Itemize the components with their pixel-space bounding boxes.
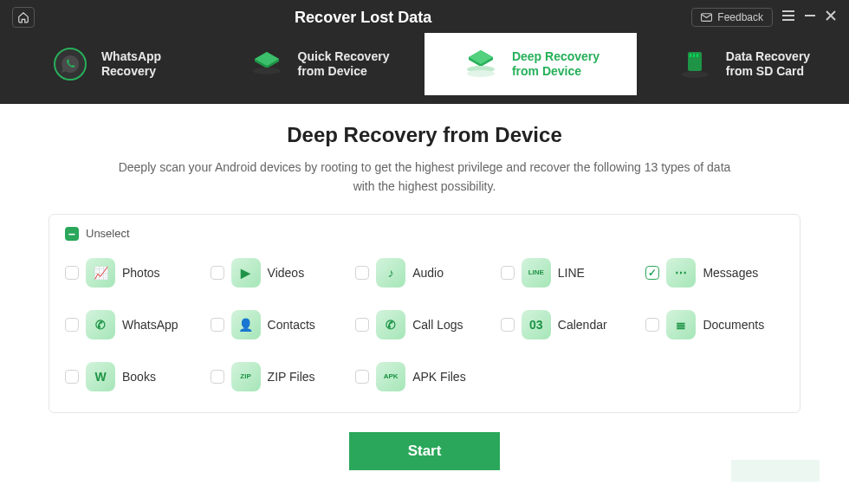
tab-label: Quick Recoveryfrom Device — [298, 49, 390, 80]
feedback-label: Feedback — [717, 11, 763, 23]
datatype-label: Photos — [122, 266, 160, 280]
datatype-item-zip-files: ZIPZIP Files — [211, 362, 349, 391]
sd-card-icon — [676, 45, 714, 83]
datatype-label: Contacts — [268, 318, 315, 332]
deep-recovery-icon — [462, 45, 500, 83]
datatype-label: Messages — [703, 266, 758, 280]
checkbox[interactable] — [211, 318, 224, 332]
checkbox[interactable] — [65, 266, 79, 280]
minimize-icon — [804, 10, 816, 22]
documents-icon: ≣ — [666, 310, 696, 339]
checkbox[interactable] — [355, 318, 369, 332]
tab-whatsapp[interactable]: WhatsAppRecovery — [0, 33, 212, 95]
datatype-item-videos: ▶Videos — [211, 258, 349, 288]
datatype-item-call-logs: ✆Call Logs — [355, 310, 494, 339]
whatsapp-recovery-icon — [51, 45, 89, 83]
checkbox[interactable] — [65, 318, 79, 332]
datatype-item-messages: ⋯Messages — [645, 258, 784, 288]
svg-rect-13 — [690, 54, 691, 57]
unselect-all[interactable]: – Unselect — [65, 227, 784, 241]
datatype-item-apk-files: APKAPK Files — [355, 362, 494, 391]
zipfiles-icon: ZIP — [231, 362, 261, 391]
tab-bar: WhatsAppRecoveryQuick Recoveryfrom Devic… — [0, 33, 849, 95]
unselect-label: Unselect — [86, 227, 130, 240]
checkbox[interactable] — [645, 318, 659, 332]
tab-label: Deep Recoveryfrom Device — [512, 49, 599, 80]
line-icon: LINE — [522, 258, 551, 288]
tab-deep-recovery[interactable]: Deep Recoveryfrom Device — [424, 33, 637, 95]
checkbox[interactable] — [211, 266, 224, 280]
feedback-button[interactable]: Feedback — [691, 8, 773, 27]
datatype-grid: 📈Photos▶Videos♪AudioLINELINE⋯Messages✆Wh… — [65, 251, 784, 404]
datatype-item-audio: ♪Audio — [355, 258, 494, 288]
menu-icon — [781, 10, 795, 22]
contacts-icon: 👤 — [231, 310, 261, 339]
datatype-label: Books — [122, 370, 156, 384]
app-header: Recover Lost Data Feedback WhatsAppRecov… — [0, 0, 849, 104]
videos-icon: ▶ — [231, 258, 261, 288]
books-icon: W — [86, 362, 115, 391]
calllogs-icon: ✆ — [376, 310, 405, 339]
datatype-item-contacts: 👤Contacts — [211, 310, 349, 339]
tab-label: WhatsAppRecovery — [101, 49, 161, 80]
datatype-label: Audio — [412, 266, 444, 280]
checkbox[interactable] — [355, 370, 369, 384]
tab-data-recovery[interactable]: Data Recoveryfrom SD Card — [637, 33, 849, 95]
tab-label: Data Recoveryfrom SD Card — [726, 49, 810, 80]
datatype-label: APK Files — [412, 370, 465, 384]
menu-button[interactable] — [781, 10, 795, 25]
svg-rect-14 — [693, 54, 695, 57]
whatsapp-icon: ✆ — [86, 310, 115, 339]
checkbox[interactable] — [355, 266, 369, 280]
svg-point-11 — [681, 71, 709, 78]
page-title: Deep Recovery from Device — [49, 123, 800, 147]
start-button[interactable]: Start — [349, 432, 500, 470]
checkbox[interactable] — [645, 266, 659, 280]
datatype-label: LINE — [558, 266, 585, 280]
datatype-item-photos: 📈Photos — [65, 258, 204, 288]
datatype-item-books: WBooks — [65, 362, 204, 391]
datatype-item-calendar: 03Calendar — [501, 310, 639, 339]
svg-point-8 — [253, 68, 281, 74]
home-icon — [17, 11, 29, 23]
titlebar: Recover Lost Data Feedback — [0, 0, 849, 33]
checkbox[interactable] — [501, 318, 515, 332]
datatype-label: WhatsApp — [122, 318, 178, 332]
audio-icon: ♪ — [376, 258, 405, 288]
svg-point-10 — [467, 70, 495, 77]
datatype-item-whatsapp: ✆WhatsApp — [65, 310, 204, 339]
close-button[interactable] — [825, 10, 837, 25]
datatype-panel: – Unselect 📈Photos▶Videos♪AudioLINELINE⋯… — [49, 214, 800, 413]
main-content: Deep Recovery from Device Deeply scan yo… — [0, 104, 849, 470]
checkbox[interactable] — [211, 370, 224, 384]
svg-rect-15 — [697, 54, 698, 57]
messages-icon: ⋯ — [666, 258, 696, 288]
photos-icon: 📈 — [86, 258, 115, 288]
datatype-label: Calendar — [558, 318, 607, 332]
app-title: Recover Lost Data — [35, 9, 691, 27]
minimize-button[interactable] — [804, 10, 816, 25]
datatype-label: Documents — [703, 318, 764, 332]
datatype-item-line: LINELINE — [501, 258, 639, 288]
apkfiles-icon: APK — [376, 362, 405, 391]
tab-quick-recovery[interactable]: Quick Recoveryfrom Device — [212, 33, 424, 95]
page-subtitle: Deeply scan your Android devices by root… — [113, 158, 736, 197]
close-icon — [825, 10, 837, 22]
quick-recovery-icon — [248, 45, 286, 83]
datatype-item-documents: ≣Documents — [645, 310, 784, 339]
checkbox[interactable] — [65, 370, 79, 384]
datatype-label: Call Logs — [412, 318, 463, 332]
home-button[interactable] — [12, 7, 35, 28]
checkbox[interactable] — [501, 266, 515, 280]
mail-icon — [701, 13, 712, 22]
calendar-icon: 03 — [522, 310, 551, 339]
datatype-label: ZIP Files — [268, 370, 315, 384]
datatype-label: Videos — [268, 266, 305, 280]
unselect-checkbox-icon: – — [65, 227, 79, 241]
